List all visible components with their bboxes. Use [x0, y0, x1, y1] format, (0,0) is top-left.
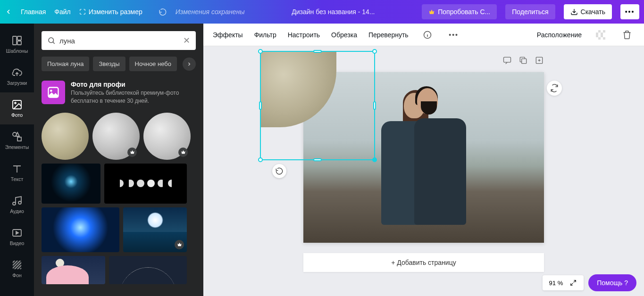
back-icon[interactable] — [5, 8, 12, 16]
more-button[interactable]: ••• — [620, 4, 639, 19]
photo-result[interactable] — [42, 207, 119, 252]
rail-uploads-label: Загрузки — [7, 80, 27, 86]
delete-icon[interactable] — [619, 27, 635, 42]
resize-edge[interactable] — [313, 50, 322, 53]
rail-text-label: Текст — [11, 176, 23, 182]
chip-stars[interactable]: Звезды — [93, 57, 125, 71]
rail-photos-label: Фото — [11, 112, 23, 118]
rotate-handle[interactable] — [272, 164, 286, 178]
photo-result[interactable] — [42, 113, 89, 160]
promo-icon — [42, 81, 65, 104]
svg-rect-21 — [596, 37, 598, 40]
zoom-control: 91 % — [543, 275, 584, 290]
search-box: ✕ — [42, 31, 196, 50]
stage[interactable]: + Добавить страницу 91 % Помощь ? — [203, 46, 644, 296]
pro-promo[interactable]: Фото для профи Пользуйтесь библиотекой п… — [42, 81, 196, 105]
rail-video-label: Видео — [10, 240, 25, 246]
resize-handle[interactable] — [258, 157, 263, 162]
position-button[interactable]: Расположение — [537, 31, 582, 39]
home-link[interactable]: Главная — [21, 8, 46, 16]
svg-rect-2 — [17, 41, 21, 45]
flip-button[interactable]: Перевернуть — [368, 31, 409, 39]
image-icon — [11, 99, 23, 110]
save-status: Изменения сохранены — [176, 8, 245, 16]
chips-scroll-right[interactable] — [183, 58, 196, 71]
photo-result[interactable] — [123, 207, 187, 252]
info-icon[interactable] — [420, 27, 435, 42]
svg-point-8 — [18, 201, 21, 204]
photo-result[interactable] — [143, 113, 191, 160]
adjust-button[interactable]: Настроить — [288, 31, 320, 39]
selection-box[interactable] — [260, 51, 375, 160]
more-options-icon[interactable]: ••• — [446, 27, 461, 42]
file-menu[interactable]: Файл — [54, 8, 70, 16]
rail-video[interactable]: Видео — [0, 221, 34, 253]
share-button[interactable]: Поделиться — [505, 4, 555, 19]
effects-button[interactable]: Эффекты — [213, 31, 243, 39]
rail-audio[interactable]: Аудио — [0, 189, 34, 221]
autoplay-button[interactable] — [547, 81, 562, 96]
resize-edge[interactable] — [313, 158, 322, 161]
rail-background[interactable]: Фон — [0, 253, 34, 285]
svg-rect-16 — [601, 30, 603, 33]
clear-search-icon[interactable]: ✕ — [183, 35, 190, 46]
shapes-icon — [11, 131, 23, 142]
chevron-right-icon — [186, 61, 192, 67]
resize-edge[interactable] — [259, 101, 262, 110]
add-page-button[interactable]: + Добавить страницу — [303, 253, 544, 272]
design-page[interactable] — [303, 72, 544, 243]
rail-text[interactable]: Текст — [0, 156, 34, 189]
photo-result[interactable] — [109, 256, 187, 284]
search-input[interactable] — [59, 37, 179, 45]
try-pro-button[interactable]: Попробовать C... — [422, 4, 497, 19]
resize-handle[interactable] — [372, 49, 377, 54]
resize-handle[interactable] — [258, 49, 263, 54]
try-pro-label: Попробовать C... — [438, 8, 490, 16]
filter-button[interactable]: Фильтр — [254, 31, 276, 39]
doc-title[interactable]: Дизайн без названия - 14... — [292, 8, 375, 16]
chip-night-sky[interactable]: Ночное небо — [129, 57, 177, 71]
music-icon — [11, 195, 23, 206]
add-page-icon[interactable] — [535, 56, 544, 65]
photo-result[interactable] — [104, 164, 187, 204]
results-grid — [42, 113, 196, 284]
crop-button[interactable]: Обрезка — [331, 31, 357, 39]
rail-templates[interactable]: Шаблоны — [0, 28, 34, 60]
canvas-area: Эффекты Фильтр Настроить Обрезка Перевер… — [203, 24, 644, 296]
svg-rect-17 — [598, 35, 601, 37]
photo-content — [372, 83, 476, 225]
photo-result[interactable] — [42, 256, 105, 284]
svg-point-12 — [50, 90, 52, 92]
comment-icon[interactable] — [502, 56, 512, 65]
promo-title: Фото для профи — [71, 81, 196, 88]
resize-handle[interactable] — [372, 157, 377, 162]
photo-result[interactable] — [42, 164, 100, 204]
rail-audio-label: Аудио — [10, 208, 24, 214]
resize-menu[interactable]: Изменить размер — [79, 8, 142, 16]
photo-result[interactable] — [92, 113, 140, 160]
rail-uploads[interactable]: Загрузки — [0, 60, 34, 92]
download-label: Скачать — [581, 8, 606, 16]
filter-chips: Полная луна Звезды Ночное небо — [42, 57, 196, 71]
undo-icon[interactable] — [159, 8, 167, 16]
svg-point-7 — [13, 202, 16, 205]
fullscreen-icon[interactable] — [569, 279, 577, 287]
zoom-value[interactable]: 91 % — [549, 280, 563, 287]
rail-elements[interactable]: Элементы — [0, 124, 34, 156]
selected-moon-image[interactable] — [261, 52, 336, 127]
background-icon — [11, 259, 23, 271]
resize-edge[interactable] — [373, 101, 376, 110]
rail-photos[interactable]: Фото — [0, 92, 34, 124]
chip-full-moon[interactable]: Полная луна — [42, 57, 89, 71]
promo-desc: Пользуйтесь библиотекой премиум-фото бес… — [71, 89, 196, 105]
help-button[interactable]: Помощь ? — [588, 274, 636, 291]
transparency-icon[interactable] — [593, 27, 608, 42]
video-icon — [11, 227, 23, 238]
rail-background-label: Фон — [12, 272, 22, 278]
crown-icon — [428, 8, 435, 15]
download-button[interactable]: Скачать — [564, 4, 612, 19]
svg-rect-6 — [17, 137, 21, 141]
svg-rect-23 — [504, 57, 511, 62]
resize-label: Изменить размер — [89, 8, 142, 16]
duplicate-icon[interactable] — [519, 56, 528, 65]
